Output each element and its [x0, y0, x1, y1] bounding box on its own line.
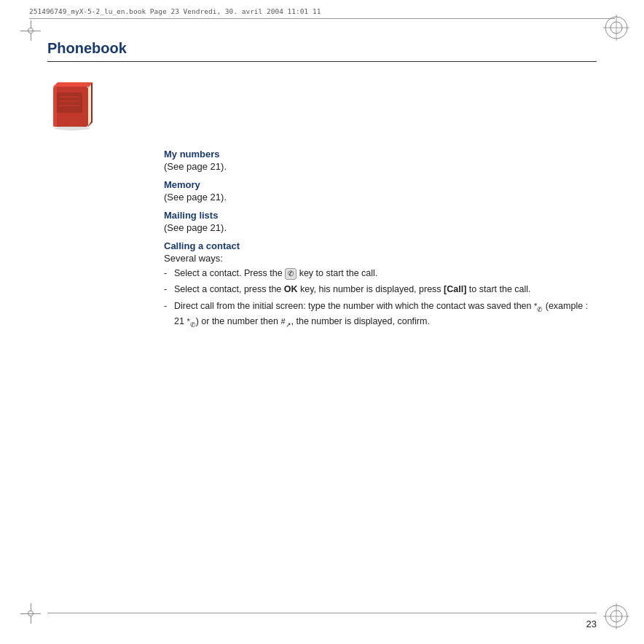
svg-marker-11 [88, 85, 91, 126]
corner-mark-br [603, 603, 629, 629]
svg-rect-12 [56, 93, 82, 113]
page-number: 23 [586, 619, 597, 629]
bullet-2-text: Select a contact, press the OK key, his … [174, 284, 531, 294]
section-my-numbers: My numbers (See page 21). [164, 149, 597, 172]
svg-marker-9 [53, 82, 93, 87]
bullet-3-text: Direct call from the initial screen: typ… [174, 301, 588, 326]
section-mailing-lists: Mailing lists (See page 21). [164, 210, 597, 233]
mailing-lists-title: Mailing lists [164, 210, 597, 221]
print-header: 251496749_myX-5-2_lu_en.book Page 23 Ven… [29, 7, 615, 19]
page-content: Phonebook My numbers (Se [47, 40, 597, 604]
content-section: My numbers (See page 21). Memory (See pa… [164, 149, 597, 331]
calling-contact-title: Calling a contact [164, 240, 597, 251]
bullet-1-text: Select a contact. Press the ✆ key to sta… [174, 268, 377, 278]
bullet-select-contact: Select a contact. Press the ✆ key to sta… [164, 267, 597, 280]
bottom-separator [47, 613, 597, 613]
print-info: 251496749_myX-5-2_lu_en.book Page 23 Ven… [29, 7, 321, 15]
corner-mark-tl [20, 20, 41, 41]
bullet-ok-contact: Select a contact, press the OK key, his … [164, 283, 597, 297]
corner-mark-tr [603, 15, 629, 41]
phone-key-icon: ✆ [285, 268, 297, 280]
calling-contact-intro: Several ways: [164, 253, 597, 264]
mailing-lists-text: (See page 21). [164, 222, 597, 233]
bullet-direct-call: Direct call from the initial screen: typ… [164, 299, 597, 331]
phonebook-icon [47, 79, 597, 134]
calling-contact-bullets: Select a contact. Press the ✆ key to sta… [164, 267, 597, 331]
corner-mark-bl [20, 603, 41, 624]
section-calling-contact: Calling a contact Several ways: Select a… [164, 240, 597, 331]
my-numbers-text: (See page 21). [164, 161, 597, 172]
svg-rect-13 [53, 87, 57, 127]
memory-text: (See page 21). [164, 192, 597, 203]
section-memory: Memory (See page 21). [164, 179, 597, 203]
page-title: Phonebook [47, 40, 597, 62]
memory-title: Memory [164, 179, 597, 190]
svg-point-17 [55, 126, 90, 130]
my-numbers-title: My numbers [164, 149, 597, 160]
